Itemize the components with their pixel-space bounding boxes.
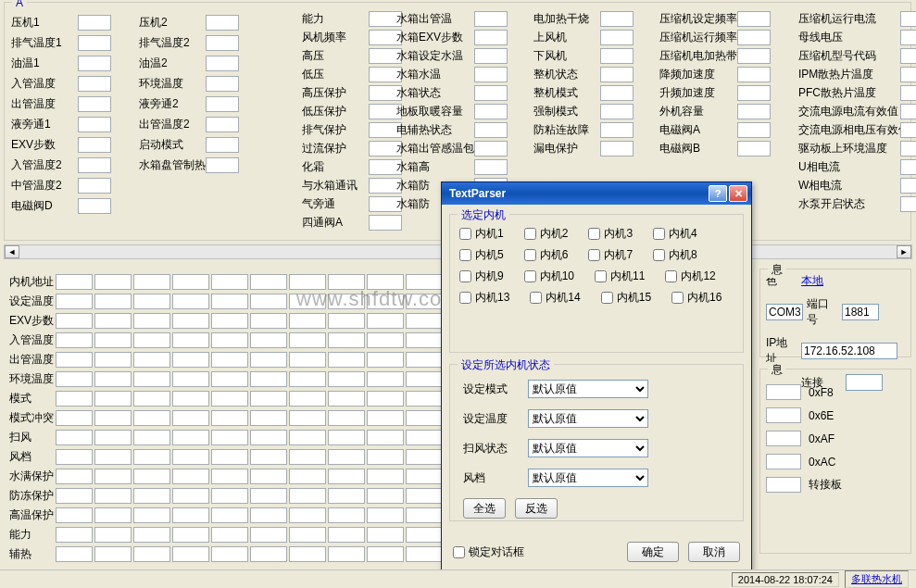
grid-cell[interactable] xyxy=(250,410,287,426)
lock-dialog-input[interactable] xyxy=(453,546,465,558)
grid-cell[interactable] xyxy=(133,410,170,426)
grid-cell[interactable] xyxy=(406,274,443,290)
grid-cell[interactable] xyxy=(172,527,209,543)
unit-checkbox[interactable]: 内机16 xyxy=(671,290,722,306)
grid-cell[interactable] xyxy=(56,332,93,348)
param-input[interactable] xyxy=(206,157,239,173)
grid-cell[interactable] xyxy=(56,546,93,562)
lock-dialog-checkbox[interactable]: 锁定对话框 xyxy=(453,544,524,560)
grid-cell[interactable] xyxy=(328,449,365,465)
grid-cell[interactable] xyxy=(172,274,209,290)
grid-cell[interactable] xyxy=(133,469,170,484)
unit-checkbox-input[interactable] xyxy=(524,228,536,240)
grid-cell[interactable] xyxy=(406,546,443,562)
unit-checkbox[interactable]: 内机10 xyxy=(524,269,574,284)
grid-cell[interactable] xyxy=(289,527,326,543)
unit-checkbox-input[interactable] xyxy=(671,292,684,304)
param-input[interactable] xyxy=(600,104,634,119)
grid-cell[interactable] xyxy=(250,332,287,348)
grid-cell[interactable] xyxy=(328,410,365,426)
grid-cell[interactable] xyxy=(172,313,209,329)
param-input[interactable] xyxy=(206,117,239,132)
grid-cell[interactable] xyxy=(56,469,93,484)
grid-cell[interactable] xyxy=(94,352,132,368)
grid-cell[interactable] xyxy=(289,274,326,290)
grid-cell[interactable] xyxy=(367,371,404,387)
grid-cell[interactable] xyxy=(289,469,326,484)
grid-cell[interactable] xyxy=(211,274,248,290)
param-input[interactable] xyxy=(900,85,916,101)
grid-cell[interactable] xyxy=(406,313,443,329)
form-select[interactable]: 默认原值 xyxy=(528,439,648,457)
select-all-button[interactable]: 全选 xyxy=(463,498,506,519)
grid-cell[interactable] xyxy=(250,430,287,445)
unit-checkbox[interactable]: 内机5 xyxy=(459,247,504,263)
param-input[interactable] xyxy=(474,67,508,82)
grid-cell[interactable] xyxy=(250,294,287,309)
unit-checkbox-input[interactable] xyxy=(459,249,471,261)
grid-cell[interactable] xyxy=(56,527,93,543)
grid-cell[interactable] xyxy=(406,430,443,445)
grid-cell[interactable] xyxy=(94,430,132,445)
ok-button[interactable]: 确定 xyxy=(627,542,679,562)
param-input[interactable] xyxy=(474,141,508,156)
unit-checkbox-input[interactable] xyxy=(595,270,607,282)
grid-cell[interactable] xyxy=(172,294,209,309)
param-input[interactable] xyxy=(900,159,916,175)
grid-cell[interactable] xyxy=(133,546,170,562)
grid-cell[interactable] xyxy=(406,527,443,543)
grid-cell[interactable] xyxy=(56,391,93,407)
param-input[interactable] xyxy=(600,85,634,101)
grid-cell[interactable] xyxy=(56,410,93,426)
grid-cell[interactable] xyxy=(56,371,93,387)
grid-cell[interactable] xyxy=(211,332,248,348)
unit-checkbox[interactable]: 内机11 xyxy=(595,269,645,284)
grid-cell[interactable] xyxy=(250,469,287,484)
param-input[interactable] xyxy=(900,196,916,212)
grid-cell[interactable] xyxy=(406,332,443,348)
grid-cell[interactable] xyxy=(289,352,326,368)
unit-checkbox[interactable]: 内机4 xyxy=(653,226,697,242)
grid-cell[interactable] xyxy=(172,469,209,484)
grid-cell[interactable] xyxy=(172,430,209,445)
grid-cell[interactable] xyxy=(172,449,209,465)
com-input[interactable] xyxy=(766,304,803,320)
form-select[interactable]: 默认原值 xyxy=(528,380,648,398)
unit-checkbox-input[interactable] xyxy=(588,228,600,240)
unit-checkbox-input[interactable] xyxy=(588,249,600,261)
grid-cell[interactable] xyxy=(289,391,326,407)
param-input[interactable] xyxy=(900,141,916,156)
role-value[interactable]: 本地 xyxy=(801,273,823,289)
param-input[interactable] xyxy=(737,122,771,138)
grid-cell[interactable] xyxy=(172,488,209,504)
grid-cell[interactable] xyxy=(289,449,326,465)
unit-checkbox[interactable]: 内机6 xyxy=(524,247,569,263)
param-input[interactable] xyxy=(206,15,239,31)
grid-cell[interactable] xyxy=(56,430,93,445)
grid-cell[interactable] xyxy=(211,430,248,445)
grid-cell[interactable] xyxy=(289,313,326,329)
grid-cell[interactable] xyxy=(56,449,93,465)
grid-cell[interactable] xyxy=(367,546,404,562)
dialog-titlebar[interactable]: TextParser ? ✕ xyxy=(442,182,751,205)
form-select[interactable]: 默认原值 xyxy=(528,409,648,428)
form-select[interactable]: 默认原值 xyxy=(528,469,648,487)
unit-checkbox[interactable]: 内机12 xyxy=(665,269,715,284)
param-input[interactable] xyxy=(474,11,508,27)
grid-cell[interactable] xyxy=(289,507,326,523)
grid-cell[interactable] xyxy=(289,488,326,504)
param-input[interactable] xyxy=(900,48,916,64)
param-input[interactable] xyxy=(737,67,771,82)
param-input[interactable] xyxy=(206,35,239,51)
grid-cell[interactable] xyxy=(250,313,287,329)
grid-cell[interactable] xyxy=(94,546,132,562)
grid-cell[interactable] xyxy=(367,391,404,407)
grid-cell[interactable] xyxy=(94,371,132,387)
grid-cell[interactable] xyxy=(328,391,365,407)
param-input[interactable] xyxy=(900,104,916,119)
unit-checkbox[interactable]: 内机3 xyxy=(588,226,633,242)
grid-cell[interactable] xyxy=(406,469,443,484)
unit-checkbox-input[interactable] xyxy=(653,249,665,261)
param-input[interactable] xyxy=(900,122,916,138)
grid-cell[interactable] xyxy=(367,449,404,465)
